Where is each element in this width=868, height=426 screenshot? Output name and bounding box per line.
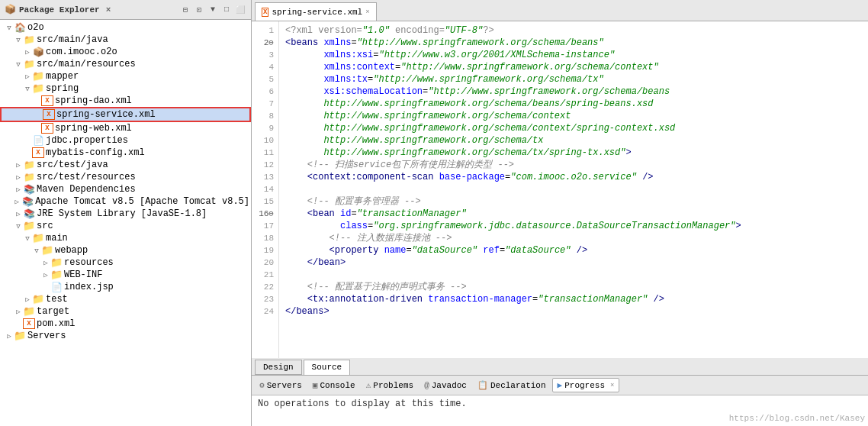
- folder-icon: 📁: [32, 294, 44, 305]
- tree-item-spring-service[interactable]: X spring-service.xml: [0, 107, 251, 122]
- expand-icon: [34, 110, 43, 119]
- tree-item-mapper[interactable]: ▷ 📁 mapper: [0, 70, 251, 82]
- tree-item-index-jsp[interactable]: 📄 index.jsp: [0, 281, 251, 293]
- view-tab-declaration[interactable]: 📋 Declaration: [473, 379, 551, 392]
- editor-tab-spring-service[interactable]: X spring-service.xml ×: [255, 2, 377, 21]
- xml-file-icon: X: [41, 123, 53, 134]
- bottom-view-tabs: ⚙ Servers ▣ Console ⚠ Problems @ Javadoc…: [252, 376, 868, 395]
- expand-icon: [14, 319, 23, 328]
- tree-item-spring[interactable]: ▽ 📁 spring: [0, 82, 251, 95]
- javadoc-icon: @: [424, 381, 429, 390]
- expand-icon[interactable]: ▽: [14, 60, 23, 69]
- line-num-4: 4: [252, 61, 278, 73]
- view-tab-label: Problems: [373, 381, 413, 390]
- expand-icon[interactable]: ▷: [12, 197, 21, 206]
- view-tab-servers[interactable]: ⚙ Servers: [255, 379, 307, 392]
- tree-item-test[interactable]: ▷ 📁 test: [0, 293, 251, 305]
- tree-item-webinf[interactable]: ▷ 📁 WEB-INF: [0, 269, 251, 281]
- collapse-all-icon[interactable]: ⊟: [179, 4, 191, 16]
- tree-label: o2o: [27, 22, 44, 33]
- tree-item-src-main-java[interactable]: ▽ 📁 src/main/java: [0, 34, 251, 46]
- expand-o2o[interactable]: ▽: [5, 23, 14, 32]
- view-tab-progress[interactable]: ▶ Progress ×: [552, 378, 620, 392]
- tree-item-spring-web[interactable]: X spring-web.xml: [0, 122, 251, 134]
- link-editor-icon[interactable]: ⊡: [193, 4, 205, 16]
- xml-file-icon: X: [32, 147, 44, 158]
- expand-icon[interactable]: ▷: [41, 258, 50, 267]
- tree-item-target[interactable]: ▷ 📁 target: [0, 305, 251, 318]
- expand-icon[interactable]: ▽: [14, 221, 23, 231]
- tree-label: src/test/java: [37, 160, 108, 170]
- source-tab[interactable]: Source: [304, 360, 351, 375]
- expand-icon[interactable]: ▷: [14, 209, 23, 218]
- tree-item-com-imooc[interactable]: ▷ 📦 com.imooc.o2o: [0, 46, 251, 58]
- design-tab[interactable]: Design: [255, 360, 302, 375]
- panel-title: 📦 Package Explorer ×: [5, 4, 111, 15]
- expand-icon[interactable]: ▽: [23, 84, 32, 93]
- code-content[interactable]: <?xml version="1.0" encoding="UTF-8"?> <…: [279, 21, 868, 358]
- expand-icon: [32, 96, 41, 105]
- tree-item-o2o[interactable]: ▽ 🏠 o2o: [0, 21, 251, 34]
- tree-label: spring: [46, 83, 79, 94]
- tree-label: spring-service.xml: [56, 109, 156, 120]
- view-tab-label: Console: [320, 381, 355, 390]
- watermark: https://blog.csdn.net/Kasey: [729, 414, 865, 423]
- expand-icon[interactable]: ▽: [32, 246, 41, 255]
- expand-icon[interactable]: ▷: [5, 331, 14, 340]
- tree-item-src-main-resources[interactable]: ▽ 📁 src/main/resources: [0, 58, 251, 70]
- tree-label: index.jsp: [64, 282, 114, 292]
- expand-icon[interactable]: ▷: [23, 295, 32, 304]
- expand-icon[interactable]: ▽: [14, 35, 23, 44]
- expand-icon[interactable]: ▷: [14, 185, 23, 194]
- tree-item-maven-deps[interactable]: ▷ 📚 Maven Dependencies: [0, 183, 251, 195]
- line-num-23: 23: [252, 293, 278, 305]
- line-num-5: 5: [252, 73, 278, 86]
- tab-close-icon[interactable]: ×: [365, 8, 369, 16]
- expand-icon[interactable]: ▷: [23, 47, 32, 56]
- tree-item-tomcat[interactable]: ▷ 📚 Apache Tomcat v8.5 [Apache Tomcat v8…: [0, 195, 251, 208]
- line-num-10: 10: [252, 134, 278, 147]
- expand-icon[interactable]: ▽: [23, 234, 32, 243]
- maximize-icon[interactable]: ⬜: [234, 4, 246, 16]
- line-num-21: 21: [252, 269, 278, 281]
- panel-close-icon[interactable]: ×: [106, 5, 111, 15]
- tree-item-src-test-java[interactable]: ▷ 📁 src/test/java: [0, 159, 251, 171]
- tree-item-jre[interactable]: ▷ 📚 JRE System Library [JavaSE-1.8]: [0, 208, 251, 220]
- expand-icon[interactable]: ▷: [14, 173, 23, 182]
- file-tree: ▽ 🏠 o2o ▽ 📁 src/main/java ▷ 📦 com.imooc.…: [0, 20, 251, 426]
- tree-item-main[interactable]: ▽ 📁 main: [0, 232, 251, 244]
- line-num-20: 20: [252, 257, 278, 269]
- line-num-1: 1: [252, 24, 278, 37]
- tree-item-webapp[interactable]: ▽ 📁 webapp: [0, 244, 251, 257]
- expand-icon[interactable]: ▷: [14, 160, 23, 169]
- tree-label: Servers: [27, 331, 66, 341]
- expand-icon[interactable]: ▷: [41, 270, 50, 279]
- tree-item-pom[interactable]: X pom.xml: [0, 318, 251, 330]
- minimize-icon[interactable]: □: [220, 4, 233, 16]
- tree-item-servers[interactable]: ▷ 📁 Servers: [0, 330, 251, 342]
- progress-icon: ▶: [558, 380, 563, 390]
- line-num-15: 15: [252, 195, 278, 208]
- jar-icon: 📚: [21, 196, 34, 207]
- line-num-17: 17: [252, 220, 278, 232]
- tree-item-src-test-resources[interactable]: ▷ 📁 src/test/resources: [0, 171, 251, 183]
- tree-item-mybatis-config[interactable]: X mybatis-config.xml: [0, 147, 251, 159]
- progress-close-icon[interactable]: ×: [610, 382, 614, 389]
- tree-item-jdbc-properties[interactable]: 📄 jdbc.properties: [0, 134, 251, 147]
- view-tab-console[interactable]: ▣ Console: [308, 379, 360, 392]
- tree-item-src[interactable]: ▽ 📁 src: [0, 220, 251, 232]
- line-num-3: 3: [252, 49, 278, 61]
- expand-icon[interactable]: ▷: [14, 307, 23, 316]
- tree-item-spring-dao[interactable]: X spring-dao.xml: [0, 95, 251, 107]
- tree-item-resources[interactable]: ▷ 📁 resources: [0, 257, 251, 269]
- menu-icon[interactable]: ▼: [207, 4, 219, 16]
- panel-title-text: Package Explorer: [19, 5, 100, 15]
- view-tab-javadoc[interactable]: @ Javadoc: [420, 379, 471, 392]
- expand-icon: [23, 148, 32, 157]
- line-num-2: 2⊖: [252, 37, 278, 49]
- line-num-16: 16⊖: [252, 208, 278, 220]
- tree-label: main: [46, 233, 68, 244]
- expand-icon[interactable]: ▷: [23, 72, 32, 81]
- tree-label: src/main/resources: [37, 59, 136, 69]
- view-tab-problems[interactable]: ⚠ Problems: [362, 379, 418, 392]
